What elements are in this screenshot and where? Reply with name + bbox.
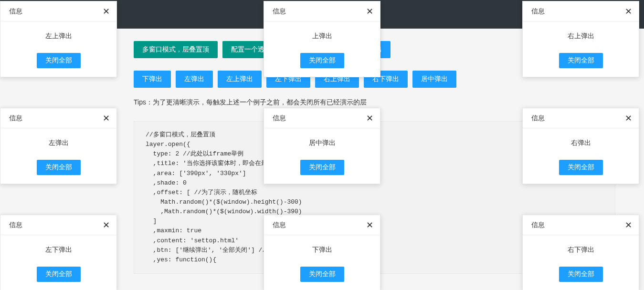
btn-pop-bottom[interactable]: 下弹出 <box>134 71 171 88</box>
modal-body-text: 上弹出 <box>264 21 380 44</box>
btn-pop-center[interactable]: 居中弹出 <box>412 71 456 88</box>
close-all-button[interactable]: 关闭全部 <box>37 53 81 68</box>
modal-body-text: 左下弹出 <box>0 235 116 258</box>
modal-left-bottom: 信息 ✕ 左下弹出 关闭全部 <box>0 215 117 290</box>
modal-title-text: 信息 <box>531 7 545 16</box>
close-all-button[interactable]: 关闭全部 <box>37 160 81 175</box>
modal-body-text: 右弹出 <box>523 128 639 151</box>
modal-right: 信息 ✕ 右弹出 关闭全部 <box>522 108 639 184</box>
modal-title-text: 信息 <box>273 221 286 229</box>
close-all-button[interactable]: 关闭全部 <box>37 267 81 282</box>
modal-title-text: 信息 <box>273 7 286 16</box>
modal-body-text: 下弹出 <box>264 235 380 258</box>
modal-title-text: 信息 <box>9 221 22 229</box>
modal-title-text: 信息 <box>9 7 22 16</box>
close-all-button[interactable]: 关闭全部 <box>300 160 344 175</box>
modal-top: 信息 ✕ 上弹出 关闭全部 <box>264 1 380 77</box>
close-all-button[interactable]: 关闭全部 <box>559 53 603 68</box>
close-icon[interactable]: ✕ <box>366 221 373 229</box>
modal-bottom: 信息 ✕ 下弹出 关闭全部 <box>264 215 380 290</box>
modal-title-text: 信息 <box>9 114 22 123</box>
close-icon[interactable]: ✕ <box>103 7 110 16</box>
close-icon[interactable]: ✕ <box>103 221 110 229</box>
btn-multi-window[interactable]: 多窗口模式，层叠置顶 <box>134 41 218 58</box>
modal-body-text: 右上弹出 <box>523 21 639 44</box>
modal-left: 信息 ✕ 左弹出 关闭全部 <box>0 108 117 184</box>
modal-body-text: 居中弹出 <box>264 128 380 151</box>
close-icon[interactable]: ✕ <box>366 7 373 16</box>
modal-title-text: 信息 <box>531 221 545 229</box>
close-all-button[interactable]: 关闭全部 <box>559 267 603 282</box>
close-icon[interactable]: ✕ <box>625 221 632 229</box>
modal-left-top: 信息 ✕ 左上弹出 关闭全部 <box>0 1 117 77</box>
close-icon[interactable]: ✕ <box>625 114 632 123</box>
modal-title-text: 信息 <box>273 114 286 123</box>
btn-pop-left[interactable]: 左弹出 <box>176 71 213 88</box>
modal-right-top: 信息 ✕ 右上弹出 关闭全部 <box>522 1 639 77</box>
modal-center: 信息 ✕ 居中弹出 关闭全部 <box>264 108 380 184</box>
modal-title-text: 信息 <box>531 114 545 123</box>
close-icon[interactable]: ✕ <box>366 114 373 123</box>
close-all-button[interactable]: 关闭全部 <box>300 267 344 282</box>
tips-text: Tips：为了更清晰演示，每触发上述一个例子之前，都会关闭所有已经演示的层 <box>134 98 615 107</box>
close-icon[interactable]: ✕ <box>625 7 632 16</box>
btn-pop-lt[interactable]: 左上弹出 <box>218 71 262 88</box>
modal-body-text: 左上弹出 <box>0 21 116 44</box>
modal-body-text: 右下弹出 <box>523 235 639 258</box>
close-all-button[interactable]: 关闭全部 <box>300 53 344 68</box>
modal-right-bottom: 信息 ✕ 右下弹出 关闭全部 <box>522 215 639 290</box>
close-icon[interactable]: ✕ <box>103 114 110 123</box>
close-all-button[interactable]: 关闭全部 <box>559 160 603 175</box>
modal-body-text: 左弹出 <box>0 128 116 151</box>
